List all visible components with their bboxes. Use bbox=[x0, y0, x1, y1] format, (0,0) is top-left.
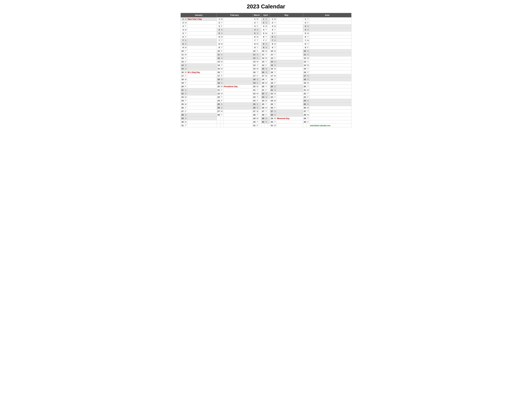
day-number: 9 bbox=[181, 46, 184, 49]
day-letter: S bbox=[184, 39, 187, 42]
day-letter: S bbox=[265, 42, 268, 46]
day-number: 15 bbox=[181, 67, 184, 71]
day-event bbox=[310, 92, 352, 95]
day-letter: T bbox=[273, 21, 276, 25]
table-row: 1SNew Year's Day1W1W1S1M1T bbox=[181, 17, 352, 21]
day-event bbox=[259, 42, 261, 46]
day-letter: W bbox=[273, 49, 276, 53]
day-number: 31 bbox=[270, 124, 273, 127]
day-letter: S bbox=[265, 21, 268, 25]
day-event bbox=[310, 117, 352, 120]
day-event bbox=[223, 67, 252, 71]
day-number: 4 bbox=[181, 28, 184, 32]
day-event bbox=[276, 78, 303, 81]
day-number: 8 bbox=[181, 42, 184, 46]
day-event bbox=[276, 124, 303, 127]
day-letter: S bbox=[220, 81, 223, 85]
day-number: 2 bbox=[252, 21, 256, 25]
day-event bbox=[310, 53, 352, 56]
day-event bbox=[187, 74, 217, 78]
day-letter: T bbox=[256, 113, 259, 117]
day-event bbox=[187, 78, 217, 81]
day-letter: F bbox=[273, 81, 276, 85]
day-event bbox=[259, 85, 261, 88]
day-letter: F bbox=[220, 49, 223, 53]
day-number: 23 bbox=[303, 95, 306, 99]
day-number: 13 bbox=[252, 60, 256, 64]
day-event bbox=[259, 120, 261, 124]
day-event bbox=[187, 42, 217, 46]
day-letter: T bbox=[265, 28, 268, 32]
day-letter: S bbox=[220, 78, 223, 81]
day-number: 29 bbox=[270, 117, 273, 120]
day-number: 13 bbox=[181, 60, 184, 64]
day-number: 28 bbox=[217, 113, 220, 117]
day-number: 18 bbox=[252, 78, 256, 81]
day-letter: S bbox=[184, 113, 187, 117]
day-letter: M bbox=[184, 46, 187, 49]
day-number: 21 bbox=[270, 88, 273, 92]
day-letter: M bbox=[306, 32, 310, 35]
day-letter: S bbox=[273, 60, 276, 64]
day-number: 17 bbox=[270, 74, 273, 78]
day-letter: T bbox=[220, 113, 223, 117]
day-number: 30 bbox=[252, 120, 256, 124]
day-letter: S bbox=[184, 17, 187, 21]
day-number: 4 bbox=[252, 28, 256, 32]
day-number: 27 bbox=[261, 110, 265, 113]
day-event bbox=[310, 78, 352, 81]
day-event bbox=[223, 92, 252, 95]
day-letter: M bbox=[220, 110, 223, 113]
day-event bbox=[187, 106, 217, 110]
day-event bbox=[223, 95, 252, 99]
empty-cell bbox=[223, 120, 252, 124]
day-letter: W bbox=[306, 39, 310, 42]
day-letter: T bbox=[184, 32, 187, 35]
day-number: 15 bbox=[252, 67, 256, 71]
day-letter: M bbox=[220, 35, 223, 39]
day-letter: S bbox=[306, 99, 310, 103]
day-letter: T bbox=[220, 64, 223, 67]
day-event bbox=[223, 74, 252, 78]
website-link[interactable]: www.blank-calendar.com bbox=[310, 125, 330, 127]
day-event bbox=[276, 56, 303, 60]
day-event: Memorial Day bbox=[276, 117, 303, 120]
day-number: 18 bbox=[261, 78, 265, 81]
day-letter: M bbox=[256, 110, 259, 113]
day-letter: T bbox=[256, 21, 259, 25]
day-event bbox=[268, 92, 270, 95]
day-letter: S bbox=[256, 56, 259, 60]
day-number: 24 bbox=[181, 99, 184, 103]
day-event bbox=[268, 53, 270, 56]
day-event bbox=[268, 28, 270, 32]
table-row: 21S21T21T21F21S21W bbox=[181, 88, 352, 92]
day-number: 11 bbox=[303, 53, 306, 56]
day-letter: W bbox=[306, 113, 310, 117]
table-row: 12T12S12S12W12F12M bbox=[181, 56, 352, 60]
day-letter: S bbox=[220, 32, 223, 35]
day-letter: M bbox=[306, 56, 310, 60]
day-letter: F bbox=[184, 60, 187, 64]
day-number: 19 bbox=[261, 81, 265, 85]
day-letter: T bbox=[265, 53, 268, 56]
day-letter: W bbox=[184, 78, 187, 81]
day-letter: M bbox=[184, 71, 187, 74]
day-letter: W bbox=[265, 106, 268, 110]
day-letter: S bbox=[220, 103, 223, 106]
day-letter: S bbox=[306, 78, 310, 81]
empty-cell bbox=[217, 117, 220, 120]
day-number: 21 bbox=[181, 88, 184, 92]
day-number: 13 bbox=[217, 60, 220, 64]
day-letter: W bbox=[265, 32, 268, 35]
day-letter: S bbox=[273, 85, 276, 88]
day-number: 16 bbox=[252, 71, 256, 74]
day-letter: F bbox=[256, 124, 259, 127]
day-event bbox=[259, 95, 261, 99]
day-event bbox=[276, 53, 303, 56]
day-event bbox=[187, 88, 217, 92]
day-letter: W bbox=[273, 74, 276, 78]
empty-cell bbox=[217, 124, 220, 127]
day-number: 6 bbox=[261, 35, 265, 39]
day-event bbox=[223, 49, 252, 53]
day-event bbox=[187, 120, 217, 124]
